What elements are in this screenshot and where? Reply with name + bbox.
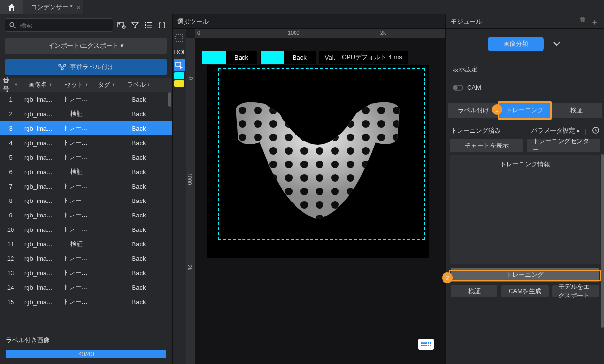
svg-rect-4 xyxy=(145,22,146,23)
svg-rect-14 xyxy=(176,62,181,66)
keyboard-shortcuts-icon[interactable] xyxy=(418,339,434,350)
col-tag[interactable]: タグ▼ xyxy=(94,81,120,89)
progress-bar: 40/40 xyxy=(6,350,166,358)
trash-icon[interactable]: 🗑 xyxy=(579,16,586,27)
table-row[interactable]: 14rgb_ima...トレーニ...Back xyxy=(0,280,172,295)
search-input[interactable] xyxy=(5,18,113,32)
display-settings-title: 表示設定 xyxy=(453,66,478,73)
svg-rect-5 xyxy=(147,22,152,23)
home-button[interactable] xyxy=(0,0,23,14)
col-no[interactable]: 番号▼ xyxy=(0,76,21,94)
table-row[interactable]: 3rgb_ima...トレーニ...Back xyxy=(0,121,172,135)
svg-point-0 xyxy=(10,22,14,27)
callout-badge-1: 1 xyxy=(492,104,502,115)
roi-rectangle[interactable] xyxy=(218,68,425,240)
svg-rect-9 xyxy=(147,27,152,28)
pre-label-button[interactable]: 事前ラベル付け xyxy=(5,59,167,75)
pre-label-text: 事前ラベル付け xyxy=(70,63,114,71)
tab-training[interactable]: トレーニング xyxy=(499,103,551,118)
add-icon[interactable]: ＋ xyxy=(591,16,599,27)
list-icon[interactable] xyxy=(143,20,154,30)
footer-title: ラベル付き画像 xyxy=(6,336,166,345)
export-model-button[interactable]: モデルをエクスポート xyxy=(552,285,599,297)
tab-verify[interactable]: 検証 xyxy=(550,103,602,118)
col-set[interactable]: セット▼ xyxy=(60,81,94,89)
inference-info: Val.:GPUデフォルト 4 ms xyxy=(319,51,408,64)
expand-module-icon[interactable] xyxy=(551,39,562,49)
callout-badge-2: 2 xyxy=(442,272,453,283)
swatch-cyan[interactable] xyxy=(174,72,184,79)
filter-icon[interactable] xyxy=(130,20,140,30)
table-row[interactable]: 13rgb_ima...トレーニ...Back xyxy=(0,266,172,280)
gen-cam-button[interactable]: CAMを生成 xyxy=(501,285,548,297)
table-row[interactable]: 15rgb_ima...トレーニ...Back xyxy=(0,295,172,309)
search-field[interactable] xyxy=(19,21,109,29)
trained-status: トレーニング済み xyxy=(451,126,501,135)
table-row[interactable]: 6rgb_ima...検証Back xyxy=(0,164,172,179)
svg-rect-8 xyxy=(145,27,146,28)
canvas-viewport[interactable]: Back Back Val.:GPUデフォルト 4 ms xyxy=(195,38,445,364)
modules-title: モジュール xyxy=(451,17,482,26)
params-link[interactable]: パラメータ設定 ▸ xyxy=(531,126,580,135)
ruler-vertical: 0 1000 2k xyxy=(186,38,195,364)
scrollbar-thumb[interactable] xyxy=(168,92,171,107)
svg-rect-13 xyxy=(176,35,183,41)
cam-toggle[interactable]: CAM xyxy=(446,79,604,96)
center-title: 選択ツール xyxy=(173,14,445,29)
image-settings-icon[interactable] xyxy=(116,20,127,30)
svg-point-12 xyxy=(61,68,63,70)
gt-label-chip: Back xyxy=(202,51,257,64)
table-row[interactable]: 7rgb_ima...トレーニ...Back xyxy=(0,179,172,193)
table-row[interactable]: 5rgb_ima...トレーニ...Back xyxy=(0,150,172,164)
archive-icon[interactable] xyxy=(157,20,167,30)
verify-button[interactable]: 検証 xyxy=(451,285,497,297)
col-label[interactable]: ラベル▼ xyxy=(120,81,158,89)
image-table: 1rgb_ima...トレーニ...Back2rgb_ima...検証Back3… xyxy=(0,92,172,331)
table-row[interactable]: 12rgb_ima...トレーニ...Back xyxy=(0,251,172,266)
show-chart-button[interactable]: チャートを表示 xyxy=(450,139,523,152)
table-row[interactable]: 10rgb_ima...トレーニ...Back xyxy=(0,222,172,237)
table-row[interactable]: 9rgb_ima...トレーニ...Back xyxy=(0,208,172,222)
pred-label-chip: Back xyxy=(260,51,316,64)
svg-point-17 xyxy=(454,86,457,90)
table-row[interactable]: 8rgb_ima...トレーニ...Back xyxy=(0,193,172,208)
table-row[interactable]: 4rgb_ima...トレーニ...Back xyxy=(0,135,172,150)
table-row[interactable]: 2rgb_ima...検証Back xyxy=(0,107,172,121)
lasso-tool[interactable] xyxy=(174,32,185,44)
document-tab[interactable]: コンデンサー * × xyxy=(23,0,83,14)
rect-select-tool[interactable] xyxy=(174,59,185,71)
table-row[interactable]: 11rgb_ima...検証Back xyxy=(0,237,172,251)
svg-point-2 xyxy=(119,23,120,24)
roi-tool[interactable]: ROI xyxy=(174,45,185,58)
train-button[interactable]: トレーニング xyxy=(451,268,599,282)
close-icon[interactable]: × xyxy=(76,3,81,12)
training-info-panel: トレーニング情報 xyxy=(450,155,600,264)
ruler-horizontal: 0 1000 2k xyxy=(195,29,445,38)
import-export-label: インポート/エクスポート ▾ xyxy=(48,41,124,50)
import-export-button[interactable]: インポート/エクスポート ▾ xyxy=(5,38,167,54)
right-scrollbar[interactable] xyxy=(601,154,604,337)
svg-rect-6 xyxy=(145,24,146,26)
svg-rect-7 xyxy=(147,25,152,26)
swatch-yellow[interactable] xyxy=(174,80,184,87)
tab-title: コンデンサー * xyxy=(31,3,73,12)
image-display xyxy=(207,65,429,258)
table-row[interactable]: 1rgb_ima...トレーニ...Back xyxy=(0,92,172,107)
module-chip[interactable]: 画像分類 xyxy=(488,37,544,51)
history-icon[interactable] xyxy=(591,126,599,135)
training-center-button[interactable]: トレーニングセンター xyxy=(527,139,600,152)
col-name[interactable]: 画像名▼ xyxy=(21,81,60,89)
